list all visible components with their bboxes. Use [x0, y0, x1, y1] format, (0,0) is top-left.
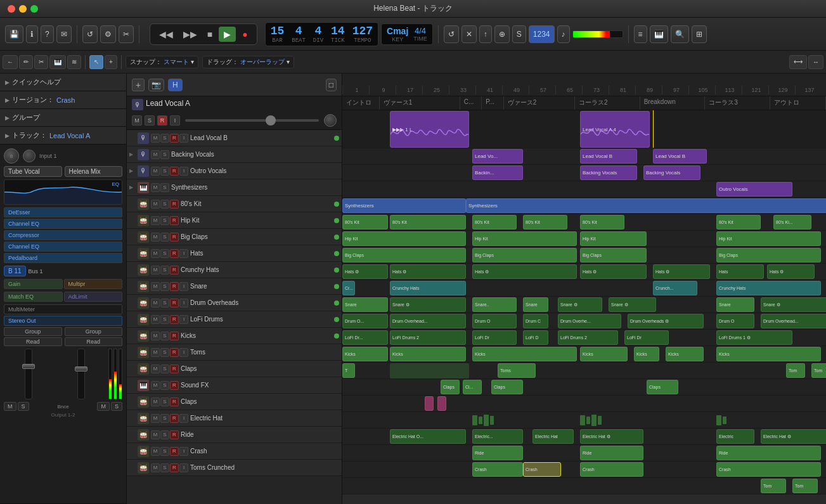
- lv-fader[interactable]: [185, 119, 319, 122]
- fader-1[interactable]: [25, 349, 32, 399]
- region-ride-3[interactable]: Ride: [716, 446, 821, 460]
- read-btn-2[interactable]: Read: [65, 337, 123, 346]
- msri-r-15[interactable]: R: [170, 381, 179, 390]
- pan-knob[interactable]: [23, 150, 35, 162]
- minimize-button[interactable]: [19, 5, 27, 13]
- msri-s-16[interactable]: S: [160, 397, 169, 406]
- msri-s-13[interactable]: S: [160, 348, 169, 357]
- lv-r-btn[interactable]: R: [157, 115, 167, 126]
- region-t-2[interactable]: Toms: [498, 363, 536, 378]
- region-ch-3[interactable]: Crunch...: [653, 281, 697, 295]
- region-crash-1[interactable]: Crash: [472, 462, 523, 477]
- track-row-0[interactable]: 🎙MSRILead Vocal B: [127, 130, 342, 146]
- msri-m-14[interactable]: M: [151, 365, 160, 373]
- msri-s-20[interactable]: S: [160, 463, 169, 472]
- fader-2[interactable]: [77, 349, 85, 399]
- region-tc-1[interactable]: Tom: [761, 479, 786, 493]
- sec-back-btn[interactable]: ←: [3, 55, 18, 69]
- msri-m-3[interactable]: M: [151, 183, 160, 192]
- lv-fader-thumb[interactable]: [266, 115, 276, 126]
- region-ov-1[interactable]: Outro Vocals: [716, 182, 792, 197]
- toolbar-save-btn[interactable]: 💾: [5, 25, 23, 43]
- msri-s-6[interactable]: S: [160, 233, 169, 242]
- region-lvb-3[interactable]: Lead Vocal B: [653, 149, 707, 164]
- region-eh-5[interactable]: Electric: [716, 429, 754, 444]
- msri-i-13[interactable]: I: [179, 348, 188, 357]
- track-row-16[interactable]: 🥁MSRClaps: [127, 394, 342, 410]
- region-synth-1[interactable]: Synthesizers: [342, 198, 466, 213]
- region-ride-2[interactable]: Ride: [580, 446, 643, 460]
- msri-i-11[interactable]: I: [179, 315, 188, 324]
- region-s-3[interactable]: Snare..: [472, 297, 517, 312]
- region-lvb-2[interactable]: Lead Vocal B: [580, 149, 637, 164]
- msri-s-10[interactable]: S: [160, 299, 169, 307]
- sec-zoom-in-btn[interactable]: ⟷: [789, 55, 807, 69]
- lv-knob[interactable]: [324, 114, 337, 127]
- toolbar-piano-btn[interactable]: 🎹: [650, 25, 668, 43]
- track-row-8[interactable]: 🥁MSRCrunchy Hats: [127, 262, 342, 278]
- region-k-1[interactable]: Kicks: [342, 347, 388, 361]
- msri-r-6[interactable]: R: [170, 233, 179, 242]
- msri-m-5[interactable]: M: [151, 216, 160, 225]
- mute-btn-2[interactable]: M: [97, 402, 110, 411]
- track-row-4[interactable]: 🥁MSR80's Kit: [127, 196, 342, 212]
- track-row-1[interactable]: ▶🎙MSBacking Vocals: [127, 146, 342, 163]
- track-row-10[interactable]: 🥁MSRIDrum Overheads: [127, 295, 342, 311]
- toolbar-help-btn[interactable]: ?: [41, 25, 54, 43]
- region-80k-4[interactable]: 80's Kit: [523, 215, 567, 229]
- region-bc-1[interactable]: Big Claps: [342, 248, 466, 262]
- region-80k-2[interactable]: 80's Kit: [390, 215, 466, 229]
- region-h-2[interactable]: Hats ⚙: [390, 264, 466, 279]
- msri-m-10[interactable]: M: [151, 299, 160, 307]
- region-t-tom2[interactable]: Tom: [811, 363, 826, 378]
- region-ld-3[interactable]: LoFi Dr: [472, 330, 517, 345]
- region-ld-1[interactable]: LoFi Dr...: [342, 330, 388, 345]
- region-eh-2[interactable]: Electric...: [472, 429, 523, 444]
- region-k-7[interactable]: Kicks: [716, 347, 821, 361]
- track-row-2[interactable]: ▶🎙MSRIOutro Vocals: [127, 163, 342, 179]
- toolbar-msg-btn[interactable]: ✉: [56, 25, 72, 43]
- region-eh-1[interactable]: Electric Hat O...: [390, 429, 466, 444]
- drag-value[interactable]: オーバーラップ: [240, 58, 285, 67]
- track-row-13[interactable]: 🥁MSRIToms: [127, 344, 342, 361]
- track-row-5[interactable]: 🥁MSRHip Kit: [127, 212, 342, 229]
- msri-r-13[interactable]: R: [170, 348, 179, 357]
- group-btn[interactable]: Group: [4, 327, 62, 336]
- rewind-button[interactable]: ◀◀: [155, 28, 177, 41]
- close-button[interactable]: [8, 5, 15, 13]
- plugin-compressor[interactable]: Compressor: [4, 230, 122, 240]
- msri-s-15[interactable]: S: [160, 381, 169, 390]
- msri-m-2[interactable]: M: [151, 167, 160, 176]
- track-h-btn[interactable]: H: [168, 79, 183, 91]
- region-s-2[interactable]: Snare ⚙: [390, 297, 466, 312]
- track-row-19[interactable]: 🥁MSRICrash: [127, 443, 342, 460]
- plugin-deesser[interactable]: DeEsser: [4, 207, 122, 217]
- plugin-channel-eq-2[interactable]: Channel EQ: [4, 242, 122, 252]
- msri-m-9[interactable]: M: [151, 282, 160, 291]
- region-ld-4[interactable]: LoFi D: [523, 330, 548, 345]
- msri-m-7[interactable]: M: [151, 249, 160, 258]
- msri-r-2[interactable]: R: [170, 167, 179, 176]
- msri-i-20[interactable]: I: [179, 463, 188, 472]
- region-s-5[interactable]: Snare ⚙: [558, 297, 602, 312]
- region-clap-3[interactable]: Claps: [491, 380, 523, 394]
- region-h-3[interactable]: Hats ⚙: [472, 264, 577, 279]
- region-crash-2-selected[interactable]: Crash: [523, 462, 561, 477]
- track-header[interactable]: ▶ トラック： Lead Vocal A: [0, 127, 126, 145]
- track-row-20[interactable]: 🥁MSRIToms Crunched: [127, 460, 342, 476]
- lv-i-btn[interactable]: I: [170, 115, 180, 126]
- region-hk-4[interactable]: Hip Kit: [716, 231, 821, 246]
- region-lva-1[interactable]: ▶▶▶ 1 L: [390, 111, 469, 148]
- region-k-6[interactable]: Kicks: [666, 347, 704, 361]
- group-btn-2[interactable]: Group: [65, 327, 123, 336]
- msri-i-19[interactable]: I: [179, 447, 188, 456]
- region-hk-2[interactable]: Hip Kit: [472, 231, 577, 246]
- sec-wave-btn[interactable]: ≋: [67, 55, 81, 69]
- toolbar-list-btn[interactable]: ≡: [634, 25, 647, 43]
- region-80k-3[interactable]: 80's Kit: [472, 215, 517, 229]
- msri-s-3[interactable]: S: [160, 183, 169, 192]
- region-do-7[interactable]: Drum O: [716, 314, 754, 328]
- msri-r-5[interactable]: R: [170, 216, 179, 225]
- region-do-5[interactable]: Drum Overhe...: [558, 314, 621, 328]
- play-button[interactable]: ▶: [219, 27, 236, 42]
